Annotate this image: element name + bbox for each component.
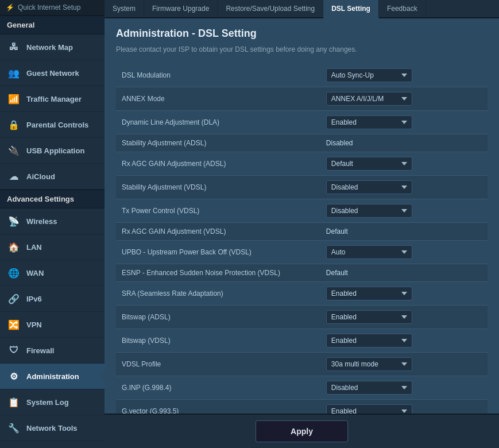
setting-value-ginp[interactable]: DisabledEnabled <box>320 376 488 400</box>
select-stability-adjustment-vdsl[interactable]: DisabledEnabled <box>326 180 412 194</box>
select-upbo[interactable]: AutoDisabledEnabled <box>326 245 412 259</box>
setting-label-gvector: G.vector (G.993.5) <box>116 400 320 414</box>
setting-value-annex-mode[interactable]: ANNEX A/I/J/L/MANNEX BANNEX C <box>320 87 488 111</box>
content-area: Administration - DSL Setting Please cont… <box>105 18 499 414</box>
sidebar-item-system-log[interactable]: 📋 System Log <box>0 389 105 415</box>
select-bitswap-vdsl[interactable]: EnabledDisabled <box>326 334 412 347</box>
sidebar-item-aicloud[interactable]: ☁ AiCloud <box>0 164 105 190</box>
setting-label-stability-adjustment-vdsl: Stability Adjustment (VDSL) <box>116 176 320 199</box>
guest-network-label: Guest Network <box>26 69 79 78</box>
system-log-icon: 📋 <box>7 395 21 409</box>
setting-label-stability-adjustment-adsl: Stability Adjustment (ADSL) <box>116 134 320 152</box>
setting-label-tx-power-control-vdsl: Tx Power Control (VDSL) <box>116 199 320 223</box>
select-tx-power-control-vdsl[interactable]: DisabledEnabled <box>326 204 412 218</box>
network-map-label: Network Map <box>26 43 73 52</box>
tab-feedback[interactable]: Feedback <box>379 0 426 17</box>
setting-value-dsl-modulation[interactable]: Auto Sync-UpADSLVDSLADSL2ADSL2+ <box>320 64 488 87</box>
select-sra[interactable]: EnabledDisabled <box>326 287 412 300</box>
sidebar-item-guest-network[interactable]: 👥 Guest Network <box>0 60 105 86</box>
select-rx-agc-gain-adsl[interactable]: DefaultLowMediumHigh <box>326 157 412 171</box>
select-bitswap-adsl[interactable]: EnabledDisabled <box>326 310 412 324</box>
network-tools-icon: 🔧 <box>7 421 21 435</box>
setting-value-upbo[interactable]: AutoDisabledEnabled <box>320 241 488 264</box>
settings-row-rx-agc-gain-adsl: Rx AGC GAIN Adjustment (ADSL)DefaultLowM… <box>116 152 488 176</box>
settings-row-bitswap-vdsl: Bitswap (VDSL)EnabledDisabled <box>116 329 488 353</box>
sidebar-item-lan[interactable]: 🏠 LAN <box>0 234 105 260</box>
parental-controls-label: Parental Controls <box>26 121 88 129</box>
wan-label: WAN <box>26 269 44 277</box>
settings-row-gvector: G.vector (G.993.5)EnabledDisabled <box>116 400 488 414</box>
ipv6-label: IPv6 <box>26 295 42 303</box>
tab-firmware-upgrade[interactable]: Firmware Upgrade <box>144 0 218 17</box>
sidebar-item-ipv6[interactable]: 🔗 IPv6 <box>0 286 105 312</box>
settings-row-bitswap-adsl: Bitswap (ADSL)EnabledDisabled <box>116 306 488 329</box>
aicloud-icon: ☁ <box>7 169 21 183</box>
setting-value-rx-agc-gain-adsl[interactable]: DefaultLowMediumHigh <box>320 152 488 176</box>
setting-label-ginp: G.INP (G.998.4) <box>116 376 320 400</box>
setting-value-rx-agc-gain-vdsl: Default <box>320 223 488 241</box>
sidebar-item-firewall[interactable]: 🛡 Firewall <box>0 338 105 364</box>
settings-row-stability-adjustment-vdsl: Stability Adjustment (VDSL)DisabledEnabl… <box>116 176 488 199</box>
tab-dsl-setting[interactable]: DSL Setting <box>323 0 379 18</box>
setting-value-tx-power-control-vdsl[interactable]: DisabledEnabled <box>320 199 488 223</box>
sidebar-item-wireless[interactable]: 📡 Wireless <box>0 208 105 234</box>
wireless-icon: 📡 <box>7 214 21 228</box>
advanced-section-header: Advanced Settings <box>0 190 105 208</box>
settings-row-annex-mode: ANNEX ModeANNEX A/I/J/L/MANNEX BANNEX C <box>116 87 488 111</box>
lan-icon: 🏠 <box>7 240 21 254</box>
quick-internet-setup-item[interactable]: ⚡ Quick Internet Setup <box>0 0 105 16</box>
setting-value-vdsl-profile[interactable]: 30a multi mode17a12a8a8b8c8d <box>320 353 488 376</box>
usb-application-label: USB Application <box>26 146 84 155</box>
setting-value-gvector[interactable]: EnabledDisabled <box>320 400 488 414</box>
select-vdsl-profile[interactable]: 30a multi mode17a12a8a8b8c8d <box>326 357 412 371</box>
sidebar-item-vpn[interactable]: 🔀 VPN <box>0 312 105 338</box>
wireless-label: Wireless <box>26 217 57 226</box>
firewall-icon: 🛡 <box>7 343 21 357</box>
setting-label-bitswap-adsl: Bitswap (ADSL) <box>116 306 320 329</box>
select-gvector[interactable]: EnabledDisabled <box>326 404 412 414</box>
traffic-manager-label: Traffic Manager <box>26 95 82 103</box>
select-dsl-modulation[interactable]: Auto Sync-UpADSLVDSLADSL2ADSL2+ <box>326 68 412 82</box>
firewall-label: Firewall <box>26 346 54 355</box>
parental-controls-icon: 🔒 <box>7 118 21 132</box>
select-annex-mode[interactable]: ANNEX A/I/J/L/MANNEX BANNEX C <box>326 92 412 106</box>
wan-icon: 🌐 <box>7 266 21 280</box>
setting-label-rx-agc-gain-adsl: Rx AGC GAIN Adjustment (ADSL) <box>116 152 320 176</box>
sidebar: ⚡ Quick Internet Setup General 🖧 Network… <box>0 0 105 448</box>
page-subtitle: Please contact your ISP to obtain your D… <box>116 45 488 53</box>
setting-label-bitswap-vdsl: Bitswap (VDSL) <box>116 329 320 353</box>
settings-row-sra: SRA (Seamless Rate Adaptation)EnabledDis… <box>116 282 488 306</box>
general-section-header: General <box>0 16 105 34</box>
setting-value-bitswap-adsl[interactable]: EnabledDisabled <box>320 306 488 329</box>
sidebar-item-network-tools[interactable]: 🔧 Network Tools <box>0 415 105 441</box>
sidebar-item-administration[interactable]: ⚙ Administration <box>0 364 105 389</box>
traffic-manager-icon: 📶 <box>7 92 21 106</box>
network-tools-label: Network Tools <box>26 424 78 432</box>
sidebar-item-parental-controls[interactable]: 🔒 Parental Controls <box>0 112 105 138</box>
setting-value-dynamic-line-adjustment[interactable]: EnabledDisabled <box>320 111 488 134</box>
setting-value-bitswap-vdsl[interactable]: EnabledDisabled <box>320 329 488 353</box>
main-panel: System Firmware Upgrade Restore/Save/Upl… <box>105 0 499 448</box>
system-log-label: System Log <box>26 398 69 407</box>
lan-label: LAN <box>26 243 42 252</box>
setting-value-stability-adjustment-vdsl[interactable]: DisabledEnabled <box>320 176 488 199</box>
sidebar-item-traffic-manager[interactable]: 📶 Traffic Manager <box>0 86 105 112</box>
select-ginp[interactable]: DisabledEnabled <box>326 381 412 395</box>
apply-button[interactable]: Apply <box>256 420 348 442</box>
setting-label-rx-agc-gain-vdsl: Rx AGC GAIN Adjustment (VDSL) <box>116 223 320 241</box>
settings-row-tx-power-control-vdsl: Tx Power Control (VDSL)DisabledEnabled <box>116 199 488 223</box>
administration-label: Administration <box>26 372 79 381</box>
select-dynamic-line-adjustment[interactable]: EnabledDisabled <box>326 115 412 129</box>
tab-system[interactable]: System <box>105 0 144 17</box>
setting-value-sra[interactable]: EnabledDisabled <box>320 282 488 306</box>
sidebar-item-wan[interactable]: 🌐 WAN <box>0 260 105 286</box>
sidebar-item-network-map[interactable]: 🖧 Network Map <box>0 34 105 60</box>
settings-row-ginp: G.INP (G.998.4)DisabledEnabled <box>116 376 488 400</box>
page-title: Administration - DSL Setting <box>116 28 488 40</box>
settings-row-stability-adjustment-adsl: Stability Adjustment (ADSL)Disabled <box>116 134 488 152</box>
setting-label-esnp: ESNP - Enhanced Sudden Noise Protection … <box>116 264 320 282</box>
sidebar-item-usb-application[interactable]: 🔌 USB Application <box>0 138 105 164</box>
footer: Apply <box>105 414 499 448</box>
tab-restore-save[interactable]: Restore/Save/Upload Setting <box>218 0 323 17</box>
setting-label-vdsl-profile: VDSL Profile <box>116 353 320 376</box>
